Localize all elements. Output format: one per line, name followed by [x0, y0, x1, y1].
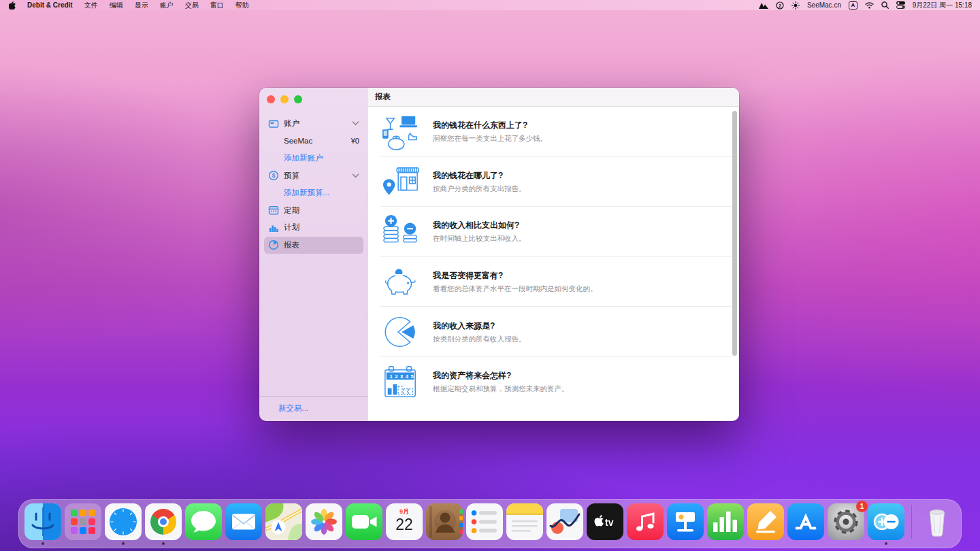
svg-text:5: 5 [410, 373, 414, 379]
dock-photos-icon[interactable] [306, 503, 342, 546]
messages-app-tile[interactable] [185, 503, 222, 540]
mountains-icon[interactable] [759, 2, 768, 9]
input-source-icon[interactable]: A [849, 1, 858, 10]
maps-app-tile[interactable] [265, 503, 302, 540]
zoom-button[interactable] [294, 95, 302, 103]
music-app-tile[interactable] [627, 503, 664, 540]
dock-music-icon[interactable] [627, 503, 664, 546]
dock-safari-icon[interactable] [105, 503, 142, 546]
sun-icon[interactable] [791, 1, 800, 10]
report-row-5[interactable]: 1 2 3 4 5 我的资产将来会怎样?根据定期交易和预算，预测您未来的资产。 [368, 357, 739, 407]
report-row-0[interactable]: 我的钱花在什么东西上了?洞察您在每一类支出上花了多少钱。 [368, 107, 739, 157]
dock-trash-icon[interactable] [919, 503, 956, 546]
dock-settings-icon[interactable]: 1 [828, 503, 864, 546]
finder-app-tile[interactable] [24, 503, 61, 540]
sidebar-item-label: 账户 [284, 118, 299, 129]
sidebar-item-accounts[interactable]: 账户 [264, 115, 363, 133]
notes-app-tile[interactable] [506, 503, 543, 540]
apple-menu-icon[interactable] [9, 1, 16, 10]
menu-item-2[interactable]: 显示 [135, 1, 148, 10]
search-icon[interactable] [881, 1, 889, 9]
wifi-icon[interactable] [865, 2, 874, 9]
dock-reminders-icon[interactable] [466, 503, 503, 546]
dock-notes-icon[interactable] [506, 503, 543, 546]
menu-item-0[interactable]: 文件 [84, 1, 98, 10]
sidebar-item-recurring[interactable]: 定期 [264, 202, 363, 220]
mail-app-tile[interactable] [225, 503, 262, 540]
dock-appstore-icon[interactable] [787, 503, 824, 546]
menu-item-3[interactable]: 账户 [160, 1, 174, 10]
merchant-location-icon [379, 161, 423, 202]
dock-appletv-icon[interactable]: tv [587, 503, 623, 546]
dock-contacts-icon[interactable] [426, 503, 463, 546]
trash-app-tile[interactable] [919, 503, 956, 540]
reminders-app-tile[interactable] [466, 503, 503, 540]
report-title: 我的钱花在哪儿了? [433, 170, 526, 182]
bar-chart-icon [268, 222, 280, 233]
svg-text:2: 2 [779, 2, 781, 8]
calendar-app-tile[interactable]: 9月22 [386, 503, 423, 540]
menu-item-1[interactable]: 编辑 [110, 1, 123, 10]
report-row-3[interactable]: 我是否变得更富有?看看您的总体资产水平在一段时期内是如何变化的。 [368, 257, 739, 307]
sidebar-item-account-seemac[interactable]: SeeMac¥0 [264, 133, 363, 150]
photos-app-tile[interactable] [306, 503, 342, 540]
dock-calendar-icon[interactable]: 9月22 [386, 503, 423, 546]
new-transaction-link[interactable]: 新交易... [259, 397, 368, 421]
facetime-app-tile[interactable] [346, 503, 382, 540]
appstore-app-tile[interactable] [787, 503, 824, 540]
debitcredit-app-tile[interactable] [868, 503, 904, 540]
dock-finder-icon[interactable] [24, 503, 61, 546]
numbers-app-tile[interactable] [707, 503, 744, 540]
scrollbar-thumb[interactable] [732, 111, 737, 356]
seemac-status-label[interactable]: SeeMac.cn [807, 1, 841, 9]
dock-numbers-icon[interactable] [707, 503, 744, 546]
sidebar-item-label: 添加新预算... [284, 188, 329, 198]
menu-item-5[interactable]: 窗口 [210, 1, 224, 10]
close-button[interactable] [267, 95, 275, 103]
window-toolbar: 报表 [368, 88, 739, 107]
appletv-app-tile[interactable]: tv [587, 503, 623, 540]
report-row-4[interactable]: 我的收入来源是?按类别分类的所有收入报告。 [368, 307, 739, 357]
report-row-1[interactable]: 我的钱花在哪儿了?按商户分类的所有支出报告。 [368, 157, 739, 207]
report-subtitle: 看看您的总体资产水平在一段时期内是如何变化的。 [433, 284, 598, 294]
circled-2-icon[interactable]: 2 [776, 1, 784, 10]
report-row-2[interactable]: 我的收入相比支出如何?在时间轴上比较支出和收入。 [368, 207, 739, 257]
menu-bar-clock[interactable]: 9月22日 周一 15:18 [913, 1, 972, 10]
calendar-icon [268, 205, 280, 216]
sidebar-item-plans[interactable]: 计划 [264, 219, 363, 237]
dock-freeform-icon[interactable] [546, 503, 583, 546]
launchpad-app-tile[interactable] [65, 503, 101, 540]
freeform-app-tile[interactable] [546, 503, 583, 540]
svg-text:2: 2 [395, 373, 397, 379]
sidebar-item-budget[interactable]: $预算 [264, 167, 363, 185]
dock-keynote-icon[interactable] [667, 503, 704, 546]
app-menu-title[interactable]: Debit & Credit [27, 1, 73, 9]
sidebar: 账户SeeMac¥0添加新账户$预算添加新预算...定期计划报表 新交易... [259, 88, 368, 421]
dock-facetime-icon[interactable] [346, 503, 382, 546]
minimize-button[interactable] [280, 95, 289, 103]
dock-messages-icon[interactable] [185, 503, 222, 546]
report-title: 我的收入相比支出如何? [433, 220, 526, 231]
dock-chrome-icon[interactable] [145, 503, 182, 546]
control-center-icon[interactable] [896, 1, 905, 9]
contacts-app-tile[interactable] [426, 503, 463, 540]
safari-app-tile[interactable] [105, 503, 142, 540]
dock-debitcredit-icon[interactable] [868, 503, 904, 546]
chrome-app-tile[interactable] [145, 503, 182, 540]
chevron-down-icon[interactable] [352, 121, 359, 126]
notification-badge: 1 [856, 501, 868, 512]
keynote-app-tile[interactable] [667, 503, 704, 540]
menu-item-4[interactable]: 交易 [185, 1, 199, 10]
dock-maps-icon[interactable] [265, 503, 302, 546]
dock-mail-icon[interactable] [225, 503, 262, 546]
menu-item-6[interactable]: 帮助 [235, 1, 249, 10]
spending-items-icon [379, 112, 423, 152]
sidebar-item-add-account-link[interactable]: 添加新账户 [264, 150, 363, 167]
pages-app-tile[interactable] [747, 503, 784, 540]
dock-launchpad-icon[interactable] [65, 503, 101, 546]
running-indicator-dot [42, 542, 44, 545]
sidebar-item-add-budget-link[interactable]: 添加新预算... [264, 184, 363, 202]
dock-pages-icon[interactable] [747, 503, 784, 546]
chevron-down-icon[interactable] [352, 173, 359, 178]
sidebar-item-reports[interactable]: 报表 [264, 237, 363, 254]
